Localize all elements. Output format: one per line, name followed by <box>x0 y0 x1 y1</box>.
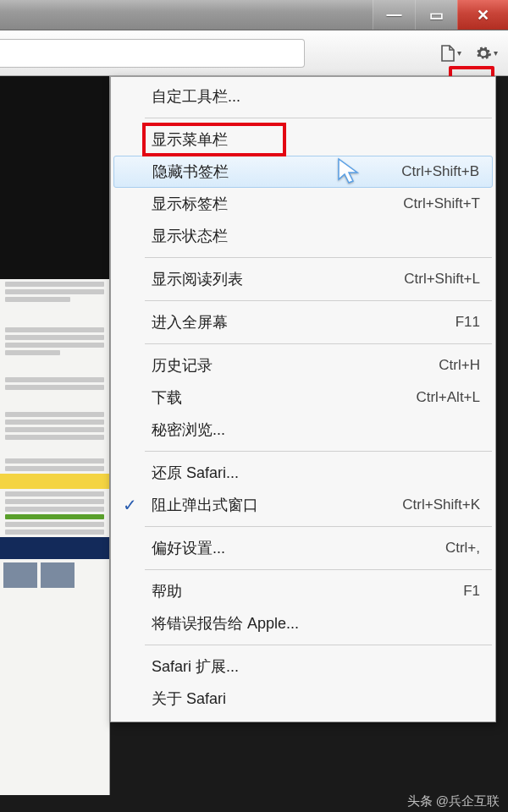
menu-item-label: 偏好设置... <box>152 538 445 558</box>
menu-item-label: Safari 扩展... <box>152 656 480 677</box>
menu-item-label: 阻止弹出式窗口 <box>152 495 402 515</box>
check-icon: ✓ <box>123 495 137 515</box>
menu-item-label: 显示状态栏 <box>152 226 480 246</box>
menu-item-label: 自定工具栏... <box>152 86 480 107</box>
menu-item[interactable]: 关于 Safari <box>111 683 495 715</box>
menu-separator <box>145 343 492 344</box>
menu-item[interactable]: 将错误报告给 Apple... <box>111 607 495 639</box>
menu-item-shortcut: Ctrl+Shift+B <box>401 163 479 180</box>
menu-item[interactable]: 隐藏书签栏Ctrl+Shift+B <box>113 156 493 188</box>
menu-item-label: 还原 Safari... <box>152 463 480 483</box>
chevron-down-icon: ▾ <box>457 48 461 58</box>
window-minimize-button[interactable]: — <box>373 0 415 30</box>
menu-separator <box>145 569 492 570</box>
menu-item-shortcut: Ctrl+, <box>445 540 480 557</box>
settings-gear-button[interactable]: ▾ <box>471 39 501 68</box>
menu-separator <box>145 300 492 301</box>
menu-separator <box>145 118 492 118</box>
browser-toolbar: ▾ ▾ <box>0 30 508 76</box>
menu-item-label: 关于 Safari <box>152 689 480 709</box>
window-close-button[interactable]: ✕ <box>457 0 508 30</box>
menu-item[interactable]: 偏好设置...Ctrl+, <box>111 532 495 564</box>
window-titlebar: — ▭ ✕ <box>0 0 508 30</box>
menu-item-shortcut: Ctrl+Alt+L <box>416 389 480 406</box>
window-maximize-button[interactable]: ▭ <box>415 0 457 30</box>
menu-item[interactable]: 帮助F1 <box>111 575 495 607</box>
menu-item-label: 显示菜单栏 <box>152 129 480 150</box>
menu-item[interactable]: 历史记录Ctrl+H <box>111 349 495 381</box>
address-bar[interactable] <box>0 39 305 68</box>
menu-item[interactable]: 显示状态栏 <box>111 220 495 252</box>
menu-separator <box>145 645 492 645</box>
maximize-icon: ▭ <box>429 6 444 25</box>
menu-separator <box>145 451 492 452</box>
menu-item-shortcut: Ctrl+Shift+T <box>403 195 480 212</box>
menu-item-label: 历史记录 <box>152 355 439 376</box>
menu-item-label: 帮助 <box>152 581 463 601</box>
menu-item-label: 将错误报告给 Apple... <box>152 613 480 634</box>
menu-item-shortcut: F11 <box>456 314 480 331</box>
menu-item[interactable]: Safari 扩展... <box>111 650 495 683</box>
menu-item[interactable]: 进入全屏幕F11 <box>111 306 495 338</box>
menu-item[interactable]: 显示菜单栏 <box>111 123 495 156</box>
menu-item-shortcut: Ctrl+H <box>439 357 480 374</box>
menu-item[interactable]: 显示阅读列表Ctrl+Shift+L <box>111 263 495 295</box>
menu-separator <box>145 257 492 258</box>
menu-item-shortcut: Ctrl+Shift+K <box>402 497 480 513</box>
menu-item[interactable]: 还原 Safari... <box>111 457 495 489</box>
menu-item-shortcut: Ctrl+Shift+L <box>404 271 480 288</box>
menu-item[interactable]: 显示标签栏Ctrl+Shift+T <box>111 188 495 220</box>
menu-item[interactable]: ✓阻止弹出式窗口Ctrl+Shift+K <box>111 489 495 521</box>
menu-item-shortcut: F1 <box>463 583 480 600</box>
menu-item-label: 显示标签栏 <box>152 194 403 214</box>
menu-separator <box>145 526 492 527</box>
menu-item[interactable]: 下载Ctrl+Alt+L <box>111 381 495 414</box>
gear-icon <box>475 45 492 62</box>
settings-dropdown-menu: 自定工具栏...显示菜单栏隐藏书签栏Ctrl+Shift+B显示标签栏Ctrl+… <box>110 76 496 722</box>
page-icon <box>440 45 456 62</box>
menu-item[interactable]: 自定工具栏... <box>111 80 495 112</box>
menu-item-label: 隐藏书签栏 <box>152 162 401 182</box>
page-button[interactable]: ▾ <box>435 39 466 68</box>
menu-item-label: 显示阅读列表 <box>152 269 404 289</box>
menu-item-label: 下载 <box>152 387 416 408</box>
close-icon: ✕ <box>477 6 489 25</box>
menu-item-label: 秘密浏览... <box>152 420 480 440</box>
watermark: 头条 @兵企互联 <box>407 793 500 809</box>
menu-item[interactable]: 秘密浏览... <box>111 414 495 446</box>
minimize-icon: — <box>387 6 402 24</box>
chevron-down-icon: ▾ <box>494 48 498 58</box>
background-page <box>0 76 110 795</box>
menu-item-label: 进入全屏幕 <box>152 312 456 332</box>
